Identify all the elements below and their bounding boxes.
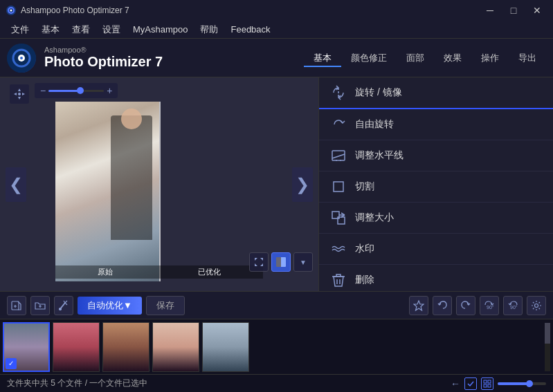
tab-export[interactable]: 导出	[509, 49, 546, 67]
thumbnail-scrollbar[interactable]	[545, 323, 550, 371]
menu-settings[interactable]: 设置	[97, 22, 126, 37]
tab-face[interactable]: 面部	[397, 49, 434, 67]
tool-resize[interactable]: 调整大小	[319, 203, 553, 234]
tool-resize-label: 调整大小	[355, 212, 394, 224]
zoom-minus[interactable]: −	[40, 85, 46, 96]
svg-rect-34	[484, 384, 487, 387]
svg-point-31	[535, 304, 538, 307]
svg-point-6	[20, 57, 23, 59]
tool-rotate-mirror[interactable]: 旋转 / 镜像	[319, 77, 553, 109]
tab-basic[interactable]: 基本	[304, 49, 341, 67]
tool-delete[interactable]: 删除	[319, 265, 553, 291]
tool-delete-label: 删除	[355, 274, 374, 286]
fullscreen-button[interactable]	[249, 252, 269, 272]
rotate-cw-button[interactable]: 90°	[480, 296, 499, 315]
compare-view-button[interactable]	[271, 252, 291, 272]
tool-adjust-horizon-label: 调整水平线	[355, 149, 404, 162]
logo-icon	[7, 44, 36, 73]
svg-point-2	[10, 10, 12, 12]
svg-point-27	[60, 308, 62, 310]
editor-area: − +	[0, 77, 553, 291]
thumbnail-5[interactable]	[202, 322, 249, 372]
maximize-button[interactable]: □	[503, 3, 524, 17]
tool-crop[interactable]: 切割	[319, 171, 553, 203]
status-text: 文件夹中共 5 个文件 / 一个文件已选中	[7, 377, 147, 389]
toolbar: 自动优化▼ 保存 90°	[0, 291, 553, 319]
thumbnail-2[interactable]	[53, 322, 100, 372]
resize-icon	[330, 209, 347, 226]
tool-free-rotate[interactable]: 自由旋转	[319, 109, 553, 140]
svg-rect-13	[332, 151, 345, 160]
zoom-slider[interactable]	[498, 382, 546, 385]
minimize-button[interactable]: ─	[480, 3, 500, 17]
menu-view[interactable]: 查看	[66, 22, 96, 37]
tool-free-rotate-label: 自由旋转	[355, 118, 394, 131]
svg-marker-9	[14, 93, 17, 95]
svg-marker-10	[22, 93, 25, 95]
crop-icon	[330, 178, 347, 195]
content-wrapper: − +	[0, 77, 553, 392]
tool-crop-label: 切割	[355, 180, 374, 193]
svg-marker-8	[18, 97, 21, 100]
window-controls: ─ □ ✕	[480, 3, 547, 17]
status-grid[interactable]	[481, 377, 493, 390]
status-arrow-left[interactable]: ←	[451, 378, 460, 389]
free-rotate-icon	[330, 116, 347, 133]
save-button[interactable]: 保存	[146, 296, 185, 315]
settings-button[interactable]	[527, 296, 546, 315]
tools-panel: 旋转 / 镜像 自由旋转	[318, 77, 553, 291]
undo-button[interactable]	[433, 296, 452, 315]
menu-feedback[interactable]: Feedback	[225, 23, 275, 36]
svg-marker-7	[18, 88, 21, 91]
thumbnail-1[interactable]: ✓	[3, 322, 50, 372]
delete-icon	[330, 272, 347, 288]
auto-optimize-button[interactable]: 自动优化▼	[78, 297, 142, 315]
thumbnail-3[interactable]	[102, 322, 149, 372]
svg-rect-32	[484, 380, 487, 383]
next-image-button[interactable]: ❯	[292, 167, 313, 202]
rotate-mirror-icon	[330, 84, 347, 101]
add-folder-button[interactable]	[30, 296, 50, 315]
menu-bar: 文件 基本 查看 设置 MyAshampoo 帮助 Feedback	[0, 21, 553, 39]
title-text: Ashampoo Photo Optimizer 7	[21, 6, 129, 15]
close-button[interactable]: ✕	[527, 3, 547, 17]
tab-operations[interactable]: 操作	[471, 49, 509, 67]
tool-watermark[interactable]: 水印	[319, 234, 553, 265]
prev-image-button[interactable]: ❮	[6, 167, 26, 202]
svg-rect-35	[488, 384, 491, 387]
tabs-row: 基本 颜色修正 面部 效果 操作 导出	[304, 49, 546, 67]
image-labels: 原始 已优化	[55, 265, 263, 279]
view-options-button[interactable]: ▼	[293, 252, 313, 272]
svg-point-11	[18, 93, 21, 95]
image-viewer: − +	[0, 77, 318, 291]
app-icon	[6, 5, 17, 16]
undo2-button[interactable]	[456, 296, 475, 315]
thumbnail-scrollbar-handle[interactable]	[545, 323, 550, 344]
status-bar: 文件夹中共 5 个文件 / 一个文件已选中 ←	[0, 374, 553, 392]
tab-color[interactable]: 颜色修正	[341, 49, 397, 67]
menu-help[interactable]: 帮助	[194, 22, 224, 37]
tool-adjust-horizon[interactable]: 调整水平线	[319, 140, 553, 171]
label-optimized: 已优化	[198, 267, 221, 277]
svg-rect-33	[488, 380, 491, 383]
menu-file[interactable]: 文件	[6, 22, 35, 37]
svg-rect-17	[334, 182, 343, 192]
menu-basic[interactable]: 基本	[36, 22, 65, 37]
zoom-plus[interactable]: +	[107, 85, 112, 96]
status-checkbox[interactable]	[464, 377, 477, 390]
header-area: Ashampoo® Photo Optimizer 7 基本 颜色修正 面部 效…	[0, 39, 553, 77]
magic-button[interactable]	[54, 296, 73, 315]
brand-name: Ashampoo®	[44, 46, 296, 54]
star-button[interactable]	[409, 296, 428, 315]
title-bar: Ashampoo Photo Optimizer 7 ─ □ ✕	[0, 0, 553, 21]
move-icon[interactable]	[10, 84, 29, 104]
rotate-ccw-button[interactable]: 90°	[503, 296, 523, 315]
thumbnail-4[interactable]	[152, 322, 199, 372]
svg-text:90°: 90°	[510, 305, 518, 310]
svg-marker-28	[414, 301, 424, 310]
svg-line-14	[332, 154, 345, 158]
menu-myashampoo[interactable]: MyAshampoo	[127, 23, 193, 36]
add-file-button[interactable]	[7, 296, 26, 315]
tool-watermark-label: 水印	[355, 243, 374, 255]
tab-effects[interactable]: 效果	[434, 49, 471, 67]
